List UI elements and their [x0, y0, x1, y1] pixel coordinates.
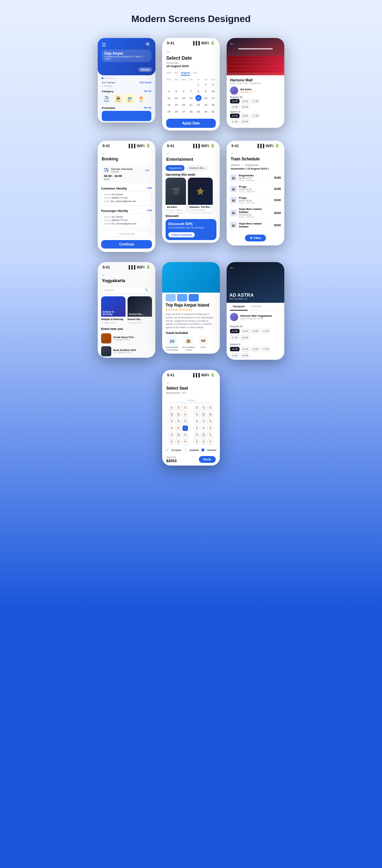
- cal-day-1[interactable]: 1: [195, 81, 202, 87]
- sphere-time-5[interactable]: 20:45: [241, 119, 250, 124]
- cal-day-31[interactable]: 31: [210, 108, 216, 115]
- detail-time-5[interactable]: 17:45: [230, 335, 240, 340]
- cal-day-16[interactable]: 16: [203, 95, 209, 101]
- cal-day-28[interactable]: 28: [188, 108, 194, 115]
- cal-day-15[interactable]: 15: [195, 95, 202, 101]
- continue-button[interactable]: Continue: [101, 240, 152, 249]
- time-17-45[interactable]: 17:45: [251, 99, 260, 103]
- time-20-45[interactable]: 20:45: [241, 105, 250, 109]
- cal-day-23[interactable]: 23: [203, 102, 209, 108]
- seat-3a[interactable]: 🪑: [169, 419, 174, 424]
- book-button[interactable]: Book: [199, 456, 216, 463]
- month-juli[interactable]: Juli: [174, 71, 178, 76]
- cal-day-9[interactable]: 9: [203, 88, 209, 94]
- cal-day-4[interactable]: 4: [166, 88, 172, 94]
- train-bogowonto[interactable]: 🚂 Bogowonto 09:30-17:00 20pax · (90Seats…: [227, 172, 284, 183]
- cal-day-3[interactable]: 3: [210, 81, 216, 87]
- filter-button[interactable]: ⚙ Filter: [245, 235, 266, 241]
- detail-time-3[interactable]: 14:00: [251, 329, 260, 333]
- cal-day-21[interactable]: 21: [188, 102, 194, 108]
- event-book[interactable]: Book Exibition 2019 12 October 2019: [98, 345, 155, 358]
- ent-tab-hartono[interactable]: Hartono Ma...: [187, 165, 208, 171]
- passenger-edit-button[interactable]: Edit: [148, 209, 152, 213]
- cal-day-20[interactable]: 20: [180, 102, 187, 108]
- train-gaya-1[interactable]: 🚂 Gaya Baru malam Selatan 02:15-04:54 30…: [227, 206, 284, 220]
- seat-5a[interactable]: 🪑: [169, 432, 174, 438]
- trip-thumb-1[interactable]: [166, 294, 176, 301]
- cal-day-22[interactable]: 22: [195, 102, 202, 108]
- add-identity-button[interactable]: + Add Identity: [101, 230, 152, 237]
- pesan-button[interactable]: Pesan: [138, 67, 152, 72]
- seat-1a[interactable]: 🪑: [169, 405, 174, 411]
- seat-4b[interactable]: 🪑: [176, 426, 181, 431]
- cal-day-27[interactable]: 27: [180, 108, 187, 115]
- seat-2c[interactable]: 🪑: [183, 412, 188, 417]
- cal-day-25[interactable]: 25: [166, 108, 172, 115]
- search-icon[interactable]: 🔍: [146, 42, 151, 47]
- seat-1b[interactable]: 🪑: [176, 405, 181, 411]
- train-progo-2[interactable]: 🚂 Progo 06:30-16:00 20pax · (60Seats) $1…: [227, 195, 284, 206]
- detail-sphere-1[interactable]: 11:30: [230, 347, 240, 351]
- cal-day-8[interactable]: 8: [195, 88, 202, 94]
- seat-1e[interactable]: 🪑: [201, 405, 206, 411]
- back-button[interactable]: ←: [166, 49, 216, 55]
- booking-back-button[interactable]: ←: [102, 151, 151, 156]
- detail-time-2[interactable]: 12:43: [241, 329, 250, 333]
- seat-6f[interactable]: 🪑: [208, 439, 213, 445]
- detail-sphere-2[interactable]: 12:43: [241, 347, 250, 351]
- seat-5c[interactable]: 🪑: [183, 432, 188, 438]
- seat-5f[interactable]: 🪑: [208, 432, 213, 438]
- hamburger-icon[interactable]: ☰: [102, 42, 106, 47]
- customer-edit-button[interactable]: Edit: [148, 187, 152, 190]
- detail-time-1[interactable]: 11:30: [230, 329, 240, 333]
- seat-4a[interactable]: 🪑: [169, 426, 174, 431]
- movie-card-starwars[interactable]: ⭐ Starwars: The Ris... 2 Hours 35 Minute: [188, 178, 213, 212]
- seat-4f[interactable]: 🪑: [208, 426, 213, 431]
- detail-time-6[interactable]: 20:45: [241, 335, 250, 340]
- detail-sphere-4[interactable]: 17:40: [261, 347, 271, 351]
- seat-2d[interactable]: 🪑: [194, 412, 199, 417]
- cal-day-26[interactable]: 26: [173, 108, 179, 115]
- seat-5d[interactable]: 🪑: [194, 432, 199, 438]
- apply-date-button[interactable]: Apply Date: [166, 119, 216, 128]
- cal-day-2[interactable]: 2: [203, 81, 209, 87]
- yogya-search[interactable]: Search 🔍: [101, 287, 152, 294]
- seat-1f[interactable]: 🪑: [208, 405, 213, 411]
- seat-4c[interactable]: 🪑: [183, 426, 188, 431]
- detail-time-4[interactable]: 17:40: [261, 329, 271, 333]
- cal-day-24[interactable]: 24: [210, 102, 216, 108]
- detail-sphere-6[interactable]: 20:45: [241, 353, 250, 358]
- time-17-45b[interactable]: 17:45: [230, 105, 240, 109]
- bus-category[interactable]: 🚌Bus: [125, 94, 134, 104]
- time-14-00[interactable]: 14:00: [241, 99, 250, 103]
- seat-3e[interactable]: 🪑: [201, 419, 206, 424]
- month-juni[interactable]: Juni: [166, 71, 171, 76]
- ent-back-button[interactable]: ←: [166, 151, 216, 156]
- sphere-time-4[interactable]: 11:45: [230, 119, 240, 124]
- cal-day-5[interactable]: 5: [173, 88, 179, 94]
- see-all-category[interactable]: See all: [144, 90, 151, 93]
- seat-4d[interactable]: 🪑: [194, 426, 199, 431]
- seat-6b[interactable]: 🪑: [176, 439, 181, 445]
- seat-back-button[interactable]: ←: [166, 380, 216, 385]
- seat-6c[interactable]: 🪑: [183, 439, 188, 445]
- trip-thumb-2[interactable]: [177, 294, 187, 301]
- cal-day-13[interactable]: 13: [180, 95, 187, 101]
- cal-day-11[interactable]: 11: [166, 95, 172, 101]
- seat-3c[interactable]: 🪑: [183, 419, 188, 424]
- seat-6e[interactable]: 🪑: [201, 439, 206, 445]
- cal-day-18[interactable]: 18: [166, 102, 172, 108]
- movie-detail-back-button[interactable]: ←: [229, 265, 235, 271]
- seat-1c[interactable]: 🪑: [183, 405, 188, 411]
- detail-sphere-5[interactable]: 11:45: [230, 353, 240, 358]
- sphere-time-2[interactable]: 14:00: [241, 114, 250, 118]
- sphere-time-1[interactable]: 12:45: [230, 114, 240, 118]
- cal-day-17[interactable]: 17: [210, 95, 216, 101]
- edit-flight-button[interactable]: Edit: [145, 169, 149, 172]
- time-12-45[interactable]: 12:45: [230, 99, 240, 103]
- cal-day-29[interactable]: 29: [195, 108, 202, 115]
- train-progo-1[interactable]: 🚂 Progo 20:30-04:00 20pax · (80Seats) $1…: [227, 183, 284, 195]
- see-all-promo[interactable]: See all: [144, 106, 151, 110]
- cal-day-7[interactable]: 7: [188, 88, 194, 94]
- tab-schedule[interactable]: Schedule: [248, 303, 264, 311]
